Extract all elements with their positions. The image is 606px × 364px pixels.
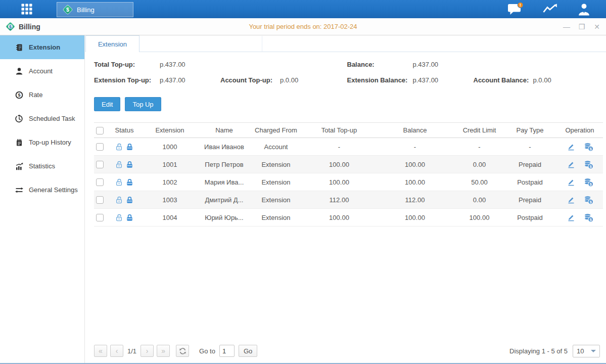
taskbar-tab-billing[interactable]: $ Billing <box>57 2 133 17</box>
unlocked-icon <box>115 213 123 222</box>
cell-name: Иван Иванов <box>200 138 248 156</box>
topup-row-icon[interactable]: $ <box>584 213 593 222</box>
cell-name: Юрий Юрь... <box>200 209 248 226</box>
edit-row-icon[interactable] <box>567 213 576 222</box>
svg-text:$: $ <box>589 146 591 151</box>
sidebar-item-account[interactable]: Account <box>0 59 84 83</box>
select-all-checkbox[interactable] <box>96 127 104 134</box>
goto-label: Go to <box>199 347 215 355</box>
close-button[interactable]: ✕ <box>593 23 601 30</box>
unlocked-icon <box>115 143 123 151</box>
col-credit-limit: Credit Limit <box>455 123 503 138</box>
account-balance-value: p.0.00 <box>533 76 594 84</box>
edit-button[interactable]: Edit <box>94 97 120 111</box>
row-checkbox[interactable] <box>96 143 104 151</box>
last-page-button[interactable]: » <box>157 345 170 357</box>
first-page-button[interactable]: « <box>94 345 107 357</box>
next-page-button[interactable]: › <box>141 345 154 357</box>
svg-text:$: $ <box>589 217 591 221</box>
edit-row-icon[interactable] <box>567 195 576 204</box>
goto-page-input[interactable] <box>219 345 235 357</box>
extension-topup-value: p.437.00 <box>160 76 220 84</box>
col-operation: Operation <box>556 123 603 138</box>
messages-icon[interactable]: ! <box>507 2 524 16</box>
sidebar-label: Top-up History <box>29 139 71 146</box>
row-checkbox[interactable] <box>96 161 104 168</box>
prev-page-button[interactable]: ‹ <box>110 345 123 357</box>
sidebar-item-general-settings[interactable]: General Settings <box>0 178 84 202</box>
locked-icon <box>125 160 134 169</box>
user-account-icon[interactable] <box>577 3 591 16</box>
window-titlebar: $ Billing Your trial period ends on: 201… <box>0 18 606 35</box>
app-launcher-grid-icon[interactable] <box>9 0 44 18</box>
cell-extension: 1001 <box>139 156 200 173</box>
col-total-topup: Total Top-up <box>304 123 375 138</box>
chevron-down-icon <box>591 350 596 352</box>
cell-charged_from: Account <box>248 138 304 156</box>
go-button[interactable]: Go <box>239 345 257 357</box>
cell-total_top_up: - <box>304 138 375 156</box>
tabstrip: Extension <box>85 35 606 52</box>
table-row[interactable]: 1002 Мария Ива... Extension 100.00 100.0… <box>94 173 603 191</box>
edit-row-icon[interactable] <box>567 142 576 151</box>
topup-row-icon[interactable]: $ <box>584 195 593 205</box>
row-checkbox[interactable] <box>96 196 104 204</box>
sidebar-item-topup-history[interactable]: Top-up History <box>0 130 84 154</box>
cell-balance: 112.00 <box>375 191 455 209</box>
cell-total_top_up: 100.00 <box>304 209 375 226</box>
edit-row-icon[interactable] <box>567 177 576 187</box>
edit-row-icon[interactable] <box>567 160 576 169</box>
cell-balance: 100.00 <box>375 156 455 173</box>
taskbar-tab-label: Billing <box>77 6 95 14</box>
svg-text:$: $ <box>9 24 12 29</box>
cell-name: Мария Ива... <box>200 173 248 191</box>
table-header-row: Status Extension Name Charged From Total… <box>94 123 603 138</box>
table-row[interactable]: 1001 Петр Петров Extension 100.00 100.00… <box>94 156 603 173</box>
topup-row-icon[interactable]: $ <box>584 160 593 169</box>
topup-row-icon[interactable]: $ <box>584 142 593 152</box>
billing-summary: Total Top-up: p.437.00 Extension Top-up:… <box>94 59 600 85</box>
bar-chart-icon <box>15 162 23 170</box>
locked-icon <box>125 178 134 187</box>
account-balance-label: Account Balance: <box>474 76 533 84</box>
sidebar-item-extension[interactable]: Extension <box>0 35 84 59</box>
trial-notice: Your trial period ends on: 2017-02-24 <box>0 23 606 30</box>
sidebar-label: Account <box>29 67 53 75</box>
cell-pay_type: Prepaid <box>503 156 556 173</box>
table-row[interactable]: 1000 Иван Иванов Account - - - - <box>94 138 603 156</box>
unlocked-icon <box>115 160 123 169</box>
extension-balance-label: Extension Balance: <box>347 76 413 84</box>
cell-pay_type: Postpaid <box>503 173 556 191</box>
cell-extension: 1002 <box>139 173 200 191</box>
cell-extension: 1003 <box>139 191 200 209</box>
sidebar-item-scheduled-task[interactable]: Scheduled Task <box>0 107 84 130</box>
refresh-button[interactable] <box>176 345 189 357</box>
window-title: Billing <box>19 23 40 31</box>
cell-extension: 1000 <box>139 138 200 156</box>
dollar-circle-icon: $ <box>15 91 23 99</box>
cell-credit_limit: 0.00 <box>455 191 503 209</box>
account-topup-label: Account Top-up: <box>220 76 280 84</box>
tab-extension[interactable]: Extension <box>85 35 139 52</box>
tabstrip-rest <box>262 36 606 52</box>
page-indicator: 1/1 <box>127 347 136 355</box>
cell-total_top_up: 100.00 <box>304 156 375 173</box>
topup-row-icon[interactable]: $ <box>584 177 593 187</box>
top-up-button[interactable]: Top Up <box>125 97 161 111</box>
row-checkbox[interactable] <box>96 178 104 186</box>
resource-monitor-icon[interactable] <box>543 3 558 15</box>
sidebar-label: Rate <box>29 91 42 99</box>
row-checkbox[interactable] <box>96 214 104 221</box>
page-size-select[interactable]: 10 <box>573 345 600 357</box>
sidebar-item-statistics[interactable]: Statistics <box>0 154 84 178</box>
sidebar-label: Statistics <box>29 162 55 170</box>
sidebar-item-rate[interactable]: $ Rate <box>0 83 84 107</box>
table-row[interactable]: 1003 Дмитрий Д... Extension 112.00 112.0… <box>94 191 603 209</box>
notepad-icon <box>15 139 23 147</box>
cell-total_top_up: 112.00 <box>304 191 375 209</box>
col-pay-type: Pay Type <box>503 123 556 138</box>
maximize-button[interactable]: ❒ <box>578 23 586 30</box>
total-topup-label: Total Top-up: <box>94 61 160 68</box>
minimize-button[interactable]: — <box>563 23 571 30</box>
table-row[interactable]: 1004 Юрий Юрь... Extension 100.00 100.00… <box>94 209 603 226</box>
